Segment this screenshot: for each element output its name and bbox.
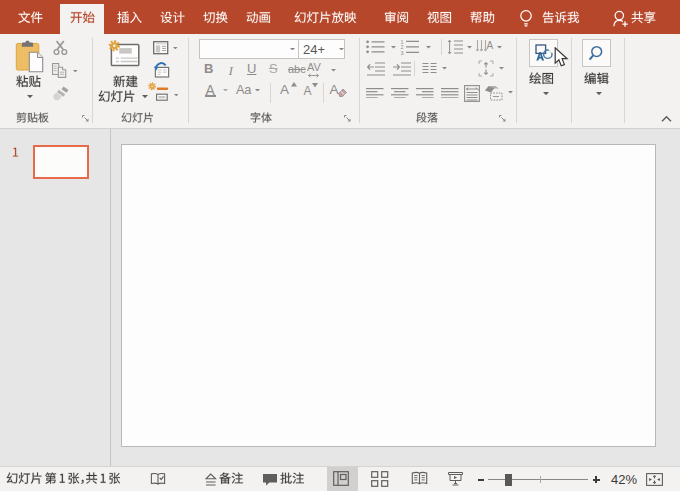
svg-text:3: 3	[401, 50, 404, 56]
svg-text:A: A	[487, 40, 494, 51]
